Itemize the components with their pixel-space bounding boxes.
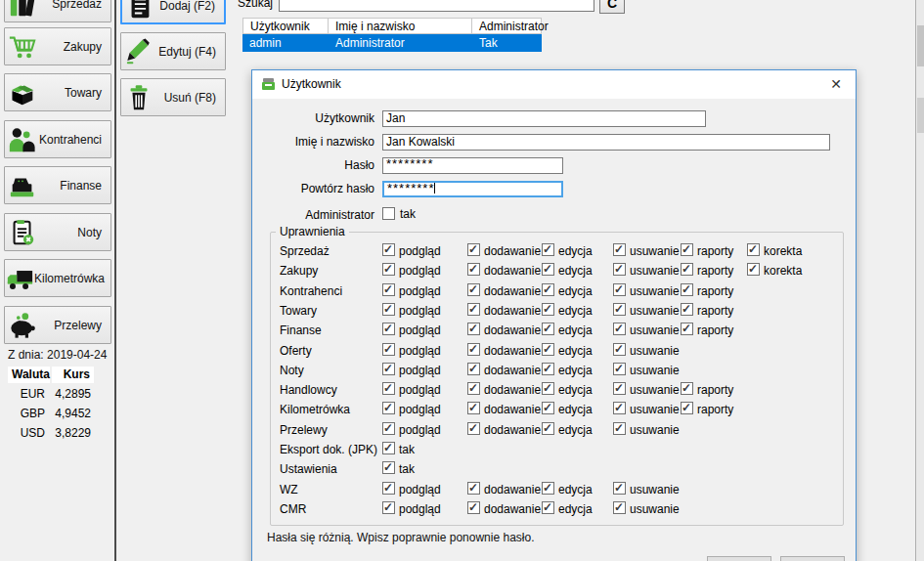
checkbox-podgląd[interactable] bbox=[382, 402, 395, 414]
checkbox-dodawanie[interactable] bbox=[467, 303, 480, 316]
action-pen[interactable]: Edytuj (F4) bbox=[120, 32, 226, 70]
checkbox-raporty[interactable] bbox=[681, 382, 693, 395]
checkbox-edycja[interactable] bbox=[542, 283, 554, 296]
scrollbar-thumb[interactable] bbox=[917, 25, 924, 66]
action-ledger[interactable]: Dodaj (F2) bbox=[120, 0, 226, 24]
checkbox-usuwanie[interactable] bbox=[613, 263, 626, 276]
checkbox-usuwanie[interactable] bbox=[613, 363, 626, 375]
checkbox-edycja[interactable] bbox=[542, 263, 554, 276]
checkbox-dodawanie[interactable] bbox=[467, 323, 480, 335]
checkbox-dodawanie[interactable] bbox=[467, 501, 480, 514]
checkbox-edycja[interactable] bbox=[542, 501, 554, 514]
checkbox-edycja[interactable] bbox=[542, 323, 554, 335]
checkbox-edycja[interactable] bbox=[542, 422, 554, 435]
checkbox-dodawanie[interactable] bbox=[467, 343, 480, 356]
search-label: Szukaj bbox=[238, 0, 273, 10]
checkbox-label: usuwanie bbox=[630, 244, 680, 258]
checkbox-edycja[interactable] bbox=[542, 303, 554, 316]
checkbox-korekta[interactable] bbox=[747, 263, 760, 276]
checkbox-podgląd[interactable] bbox=[382, 283, 395, 296]
checkbox-edycja[interactable] bbox=[542, 382, 554, 395]
checkbox-dodawanie[interactable] bbox=[467, 283, 480, 296]
checkbox-dodawanie[interactable] bbox=[467, 482, 480, 495]
checkbox-podgląd[interactable] bbox=[382, 243, 395, 256]
checkbox-edycja[interactable] bbox=[542, 243, 554, 256]
password-field[interactable]: ******** bbox=[382, 181, 563, 197]
exchange-date-label: Z dnia: bbox=[8, 348, 44, 362]
action-trash[interactable]: Usuń (F8) bbox=[120, 78, 226, 116]
checkbox-podgląd[interactable] bbox=[382, 382, 395, 395]
close-icon[interactable]: ✕ bbox=[816, 70, 856, 99]
checkbox-raporty[interactable] bbox=[681, 243, 693, 256]
sidebar-item-note[interactable]: Noty bbox=[4, 213, 111, 251]
sidebar-item-piggy-bank[interactable]: Przelewy bbox=[4, 306, 111, 344]
users-column-header[interactable]: Imię i nazwisko bbox=[329, 18, 472, 34]
users-column-header[interactable]: Administrator bbox=[472, 18, 542, 34]
checkbox-raporty[interactable] bbox=[681, 283, 693, 296]
text-field[interactable]: Jan bbox=[382, 110, 706, 127]
checkbox-podgląd[interactable] bbox=[382, 422, 395, 435]
checkbox-dodawanie[interactable] bbox=[467, 402, 480, 414]
sidebar-item-truck[interactable]: Kilometrówka bbox=[4, 259, 111, 297]
checkbox-edycja[interactable] bbox=[542, 482, 554, 495]
checkbox-dodawanie[interactable] bbox=[467, 363, 480, 375]
checkbox-podgląd[interactable] bbox=[382, 363, 395, 375]
checkbox-podgląd[interactable] bbox=[382, 263, 395, 276]
currency-rate: 4,2895 bbox=[49, 387, 94, 407]
checkbox-podgląd[interactable] bbox=[382, 501, 395, 514]
checkbox-usuwanie[interactable] bbox=[613, 382, 626, 395]
checkbox-usuwanie[interactable] bbox=[613, 243, 626, 256]
clear-search-button[interactable]: C bbox=[599, 0, 625, 14]
checkbox-edycja[interactable] bbox=[542, 343, 554, 356]
checkbox-podgląd[interactable] bbox=[382, 343, 395, 356]
admin-checkbox[interactable] bbox=[382, 207, 395, 220]
checkbox-usuwanie[interactable] bbox=[613, 402, 626, 414]
sidebar-item-cart[interactable]: Zakupy bbox=[4, 27, 111, 65]
checkbox-edycja[interactable] bbox=[542, 402, 554, 414]
checkbox-podgląd[interactable] bbox=[382, 323, 395, 335]
table-row[interactable]: adminAdministratorTak bbox=[242, 34, 542, 52]
text-field[interactable]: Jan Kowalski bbox=[382, 134, 830, 151]
checkbox-podgląd[interactable] bbox=[382, 303, 395, 316]
checkbox-podgląd[interactable] bbox=[382, 482, 395, 495]
checkbox-usuwanie[interactable] bbox=[613, 422, 626, 435]
sidebar-item-box[interactable]: Towary bbox=[4, 73, 111, 111]
checkbox-dodawanie[interactable] bbox=[467, 382, 480, 395]
checkbox-dodawanie[interactable] bbox=[467, 243, 480, 256]
sidebar-item-cash-register[interactable]: Finanse bbox=[4, 166, 111, 204]
sidebar-item-people[interactable]: Kontrahenci bbox=[4, 120, 111, 158]
search-input[interactable] bbox=[279, 0, 594, 12]
checkbox-tak[interactable] bbox=[382, 442, 395, 454]
checkbox-label: edycja bbox=[558, 344, 593, 358]
checkbox-label: podgląd bbox=[399, 364, 441, 377]
right-edge-strip[interactable] bbox=[915, 0, 924, 561]
checkbox-tak[interactable] bbox=[382, 461, 395, 474]
checkbox-label: edycja bbox=[558, 502, 593, 516]
checkbox-usuwanie[interactable] bbox=[613, 343, 626, 356]
checkbox-edycja[interactable] bbox=[542, 363, 554, 375]
sidebar-item-books[interactable]: Sprzedaż bbox=[4, 0, 111, 22]
dialog-bottom-button-2[interactable] bbox=[780, 556, 845, 561]
dialog-bottom-button-1[interactable] bbox=[707, 556, 771, 561]
dialog-titlebar[interactable]: Użytkownik ✕ bbox=[252, 70, 856, 99]
checkbox-usuwanie[interactable] bbox=[613, 283, 626, 296]
password-field[interactable]: ******** bbox=[382, 157, 563, 174]
checkbox-label: korekta bbox=[764, 244, 802, 258]
checkbox-dodawanie[interactable] bbox=[467, 263, 480, 276]
checkbox-usuwanie[interactable] bbox=[613, 303, 626, 316]
checkbox-raporty[interactable] bbox=[681, 263, 693, 276]
checkbox-usuwanie[interactable] bbox=[613, 501, 626, 514]
checkbox-raporty[interactable] bbox=[681, 303, 693, 316]
checkbox-korekta[interactable] bbox=[747, 243, 760, 256]
exchange-table-rows: EUR4,2895GBP4,9452USD3,8229 bbox=[8, 387, 94, 446]
users-column-header[interactable]: Użytkownik bbox=[242, 18, 329, 34]
checkbox-raporty[interactable] bbox=[681, 402, 693, 414]
checkbox-label: raporty bbox=[697, 324, 733, 337]
checkbox-dodawanie[interactable] bbox=[467, 422, 480, 435]
field-value: ******** bbox=[386, 157, 433, 171]
checkbox-usuwanie[interactable] bbox=[613, 482, 626, 495]
checkbox-raporty[interactable] bbox=[681, 323, 693, 335]
checkbox-usuwanie[interactable] bbox=[613, 323, 626, 335]
checkbox-label: edycja bbox=[558, 324, 593, 337]
field-label: Użytkownik bbox=[252, 110, 374, 127]
